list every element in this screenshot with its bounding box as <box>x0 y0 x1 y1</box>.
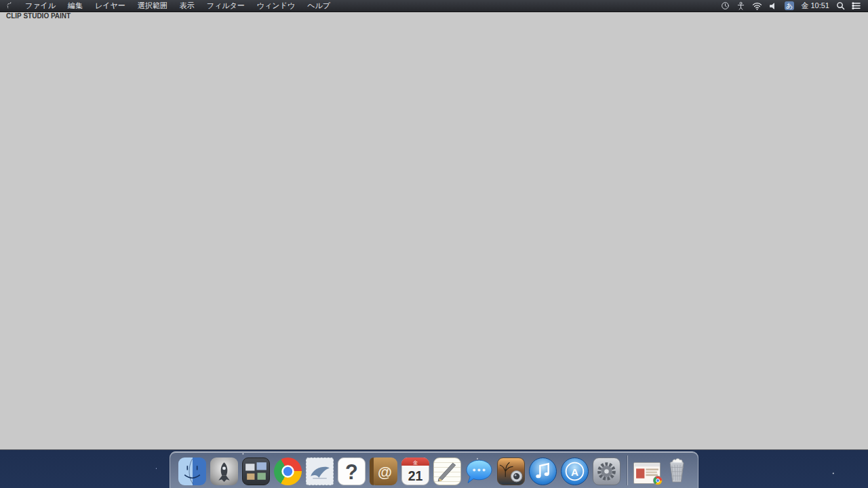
menu-item-3[interactable]: レイヤー <box>89 1 132 11</box>
menu-item-0[interactable]: CLIP STUDIO PAINT <box>0 12 868 450</box>
apple-menu[interactable] <box>7 1 15 10</box>
time-machine-icon[interactable] <box>721 1 730 10</box>
dock-calendar-icon[interactable]: 21金 <box>401 458 429 485</box>
dock-itunes-icon[interactable] <box>529 458 557 485</box>
dock-contacts-icon[interactable]: @ <box>370 458 397 485</box>
dock-area: ?@21金A <box>0 451 868 488</box>
dock-chrome-icon[interactable] <box>274 458 302 485</box>
dock-messages-icon[interactable] <box>465 458 493 485</box>
dock-notes-icon[interactable] <box>433 458 461 485</box>
svg-text:?: ? <box>345 460 358 484</box>
dock-launchpad-icon[interactable] <box>210 458 238 485</box>
svg-text:21: 21 <box>408 468 423 483</box>
notification-center-icon[interactable] <box>852 2 861 9</box>
dock-iphoto-icon[interactable] <box>497 458 525 485</box>
menu-item-8[interactable]: ヘルプ <box>301 1 336 11</box>
menu-bar: CLIP STUDIO PAINTファイル編集レイヤー選択範囲表示フィルターウィ… <box>0 0 868 12</box>
menu-item-1[interactable]: ファイル <box>19 1 62 11</box>
dock-mission-control-icon[interactable] <box>242 458 270 485</box>
spotlight-icon[interactable] <box>836 1 845 10</box>
dock-app-store-icon[interactable]: A <box>561 458 589 485</box>
dock-trash-icon[interactable] <box>665 455 690 485</box>
dock-system-preferences-icon[interactable] <box>593 458 620 485</box>
menu-item-7[interactable]: ウィンドウ <box>251 1 301 11</box>
apple-logo-icon <box>7 1 15 10</box>
svg-text:@: @ <box>378 464 392 481</box>
menu-item-2[interactable]: 編集 <box>62 1 89 11</box>
dock: ?@21金A <box>170 451 698 488</box>
input-source-badge[interactable]: あ <box>785 1 794 10</box>
svg-text:A: A <box>571 466 578 478</box>
menu-clock[interactable]: 金 10:51 <box>801 1 829 11</box>
menu-item-5[interactable]: 表示 <box>174 1 201 11</box>
dock-mail-icon[interactable] <box>306 458 334 485</box>
menu-item-4[interactable]: 選択範囲 <box>132 1 174 11</box>
menu-item-6[interactable]: フィルター <box>201 1 251 11</box>
dock-clip-studio-icon[interactable]: ? <box>338 458 366 485</box>
volume-icon[interactable] <box>769 2 778 10</box>
dock-finder-icon[interactable] <box>178 458 206 485</box>
universal-access-icon[interactable] <box>736 1 745 10</box>
dock-divider <box>627 455 627 485</box>
svg-text:金: 金 <box>413 460 418 466</box>
dock-minimized-window-icon[interactable] <box>633 458 661 485</box>
wifi-icon[interactable] <box>752 2 762 10</box>
